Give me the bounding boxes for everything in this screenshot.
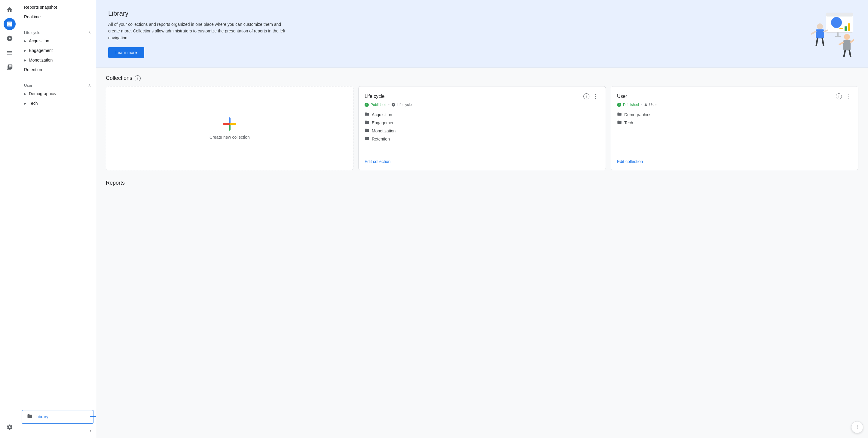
collections-cards-row: Create new collection Life cycle i ⋮ Pub…	[106, 86, 858, 170]
create-collection-card[interactable]: Create new collection	[106, 86, 353, 170]
reports-section-title: Reports	[106, 180, 858, 186]
svg-point-7	[817, 24, 823, 29]
nav-retention[interactable]: Retention	[19, 65, 96, 74]
user-card-actions: i ⋮	[836, 93, 852, 100]
retention-folder-icon	[365, 136, 369, 142]
collections-section-title: Collections i	[106, 75, 858, 81]
main-content: Library All of your collections and repo…	[96, 0, 868, 438]
lifecycle-type-icon	[391, 103, 396, 107]
acquisition-folder-icon	[365, 112, 369, 117]
section-user: User ∧	[19, 79, 96, 89]
lifecycle-card-footer: Edit collection	[365, 154, 599, 164]
svg-rect-8	[816, 29, 824, 38]
monetization-folder-icon	[365, 128, 369, 134]
lifecycle-card-title: Life cycle	[365, 94, 385, 99]
nav-engagement[interactable]: ▶ Engagement	[19, 46, 96, 55]
svg-rect-4	[848, 24, 850, 31]
lifecycle-card-actions: i ⋮	[583, 93, 599, 100]
feedback-button[interactable]: !	[851, 421, 863, 433]
user-card-title: User	[617, 94, 627, 99]
demographics-chevron: ▶	[24, 92, 26, 96]
home-icon[interactable]	[4, 4, 16, 15]
hero-text-block: Library All of your collections and repo…	[108, 10, 288, 58]
user-card-status: Published • User	[617, 103, 852, 107]
collapse-nav-button[interactable]: ‹	[19, 426, 96, 436]
hero-title: Library	[108, 10, 288, 18]
reports-icon[interactable]	[4, 18, 16, 30]
svg-line-16	[850, 40, 854, 42]
engagement-folder-icon	[365, 120, 369, 126]
demographics-folder-icon	[617, 112, 622, 117]
svg-rect-3	[844, 26, 847, 31]
svg-point-13	[844, 34, 850, 40]
library-nav-icon[interactable]	[4, 61, 16, 73]
user-type-icon	[644, 103, 648, 107]
lifecycle-card-header: Life cycle i ⋮	[365, 93, 599, 100]
svg-rect-5	[837, 32, 839, 36]
lifecycle-items: Acquisition Engagement Monetization	[365, 112, 599, 149]
library-folder-icon	[27, 413, 32, 420]
collections-info-icon[interactable]: i	[135, 75, 141, 81]
svg-line-17	[844, 50, 845, 57]
acquisition-chevron: ▶	[24, 39, 26, 43]
advertising-icon[interactable]	[4, 47, 16, 59]
nav-demographics[interactable]: ▶ Demographics	[19, 89, 96, 98]
section-lifecycle: Life cycle ∧	[19, 27, 96, 36]
svg-rect-19	[839, 28, 843, 29]
hero-banner: Library All of your collections and repo…	[96, 0, 868, 68]
lifecycle-item-acquisition: Acquisition	[365, 112, 599, 117]
nav-reports-snapshot[interactable]: Reports snapshot	[19, 2, 96, 12]
monetization-chevron: ▶	[24, 59, 26, 62]
lifecycle-more-icon[interactable]: ⋮	[592, 93, 599, 100]
google-plus-icon	[222, 117, 237, 131]
user-item-tech: Tech	[617, 120, 852, 126]
svg-line-12	[822, 38, 824, 45]
svg-rect-6	[835, 36, 841, 37]
user-status-type: User	[644, 103, 657, 107]
lifecycle-item-retention: Retention	[365, 136, 599, 142]
hero-illustration	[790, 10, 856, 58]
user-more-icon[interactable]: ⋮	[844, 93, 852, 100]
lifecycle-collapse-icon[interactable]: ∧	[88, 30, 91, 35]
lifecycle-item-monetization: Monetization	[365, 128, 599, 134]
user-card-header: User i ⋮	[617, 93, 852, 100]
user-collapse-icon[interactable]: ∧	[88, 83, 91, 88]
user-info-icon[interactable]: i	[836, 93, 842, 99]
user-item-demographics: Demographics	[617, 112, 852, 117]
svg-point-2	[831, 17, 842, 28]
user-status-dot	[617, 103, 621, 107]
user-items: Demographics Tech	[617, 112, 852, 149]
settings-icon[interactable]	[4, 421, 16, 433]
nav-acquisition[interactable]: ▶ Acquisition	[19, 36, 96, 46]
nav-monetization[interactable]: ▶ Monetization	[19, 55, 96, 65]
nav-tech[interactable]: ▶ Tech	[19, 98, 96, 108]
lifecycle-status-dot	[365, 103, 369, 107]
svg-rect-1	[826, 13, 853, 16]
icon-sidebar	[0, 0, 19, 438]
learn-more-button[interactable]: Learn more	[108, 47, 144, 58]
library-arrow	[90, 415, 96, 418]
create-label: Create new collection	[210, 135, 250, 140]
user-card-footer: Edit collection	[617, 154, 852, 164]
lifecycle-info-icon[interactable]: i	[583, 93, 589, 99]
svg-line-9	[811, 32, 816, 34]
hero-description: All of your collections and reports orga…	[108, 21, 288, 41]
tech-folder-icon	[617, 120, 622, 126]
library-nav-item[interactable]: Library	[22, 410, 93, 424]
engagement-chevron: ▶	[24, 49, 26, 52]
nav-realtime[interactable]: Realtime	[19, 12, 96, 22]
user-collection-card: User i ⋮ Published • User	[611, 86, 858, 170]
lifecycle-edit-link[interactable]: Edit collection	[365, 159, 391, 164]
svg-line-18	[849, 50, 850, 57]
lifecycle-collection-card: Life cycle i ⋮ Published • Life cycle	[358, 86, 606, 170]
lifecycle-status-type: Life cycle	[391, 103, 412, 107]
tech-chevron: ▶	[24, 102, 26, 105]
left-nav: Reports snapshot Realtime Life cycle ∧ ▶…	[19, 0, 96, 438]
content-area: Collections i Create new collection Life…	[96, 68, 868, 198]
svg-line-15	[839, 42, 843, 44]
explore-icon[interactable]	[4, 32, 16, 44]
lifecycle-item-engagement: Engagement	[365, 120, 599, 126]
lifecycle-card-status: Published • Life cycle	[365, 103, 599, 107]
svg-rect-14	[843, 40, 850, 50]
user-edit-link[interactable]: Edit collection	[617, 159, 643, 164]
